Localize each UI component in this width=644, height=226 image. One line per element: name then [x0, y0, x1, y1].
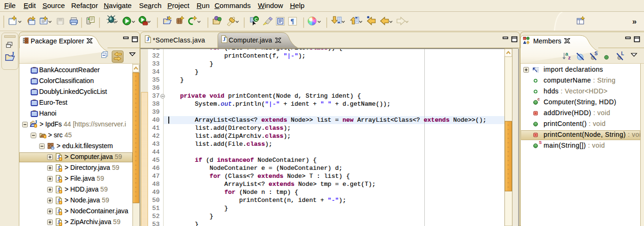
svg-text:z: z: [568, 55, 571, 60]
svg-text:J: J: [11, 51, 14, 57]
svg-text:L: L: [621, 51, 624, 56]
svg-text:C: C: [255, 17, 258, 22]
svg-text:¶: ¶: [290, 17, 294, 25]
svg-text:S: S: [594, 51, 598, 56]
svg-text:»: »: [632, 17, 636, 26]
